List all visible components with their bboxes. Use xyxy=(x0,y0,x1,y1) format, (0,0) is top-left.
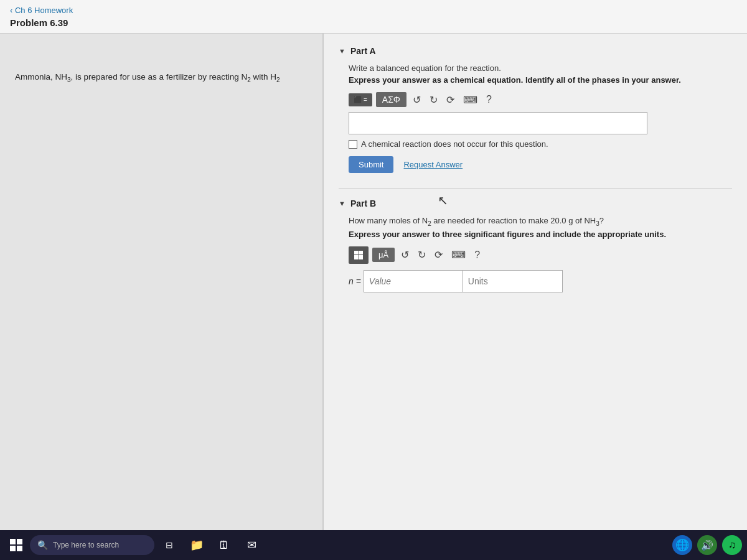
submit-button-a[interactable]: Submit xyxy=(349,156,393,173)
value-input[interactable] xyxy=(364,270,463,292)
windows-logo xyxy=(10,539,22,551)
help-button-b[interactable]: ? xyxy=(472,248,482,262)
part-a-section: ▼ Part A Write a balanced equation for t… xyxy=(339,46,732,173)
part-b-content: How many moles of N2 are needed for reac… xyxy=(339,216,732,292)
part-b-toolbar: μÅ ↺ ↻ ⟳ ⌨ ? xyxy=(349,246,732,264)
part-a-label: Part A xyxy=(350,46,376,56)
undo-button-a[interactable]: ↺ xyxy=(410,93,423,107)
task-view-button[interactable]: ⊟ xyxy=(157,533,182,558)
spotify-icon[interactable]: ♫ xyxy=(722,535,742,555)
n-equals-label: n = xyxy=(349,276,361,286)
no-reaction-checkbox[interactable] xyxy=(349,140,357,149)
content-row: Ammonia, NH3, is prepared for use as a f… xyxy=(0,34,747,530)
problem-text: Ammonia, NH3, is prepared for use as a f… xyxy=(15,71,280,85)
part-a-answer-input[interactable] xyxy=(349,112,647,134)
part-b-header: ▼ Part B xyxy=(339,198,732,208)
right-panel: ▼ Part A Write a balanced equation for t… xyxy=(324,34,747,530)
mu-a-button-b[interactable]: μÅ xyxy=(372,248,395,262)
spotify-icon-shape: ♫ xyxy=(728,539,736,551)
edge-icon-shape: 🌐 xyxy=(675,538,689,552)
part-a-action-row: Submit Request Answer xyxy=(349,156,732,173)
part-b-section: ▼ Part B How many moles of N2 are needed… xyxy=(339,198,732,292)
part-divider xyxy=(339,188,732,189)
part-a-instruction1: Write a balanced equation for the reacti… xyxy=(349,63,732,73)
mic-icon[interactable]: 🔊 xyxy=(697,535,717,555)
mail-button[interactable]: ✉ xyxy=(239,533,264,558)
greek-button-a[interactable]: ΑΣΦ xyxy=(376,92,406,107)
main-area: ‹ Ch 6 Homework Problem 6.39 Ammonia, NH… xyxy=(0,0,747,530)
request-answer-link-a[interactable]: Request Answer xyxy=(403,160,463,169)
taskbar: 🔍 Type here to search ⊟ 📁 🗓 ✉ 🌐 🔊 ♫ xyxy=(0,530,747,560)
file-explorer-button[interactable]: 📁 xyxy=(184,533,209,558)
mail-icon: ✉ xyxy=(247,538,256,552)
top-bar: ‹ Ch 6 Homework Problem 6.39 xyxy=(0,0,747,34)
no-reaction-row: A chemical reaction does not occur for t… xyxy=(349,139,732,149)
redo-button-b[interactable]: ↻ xyxy=(415,248,428,262)
matrix-button-a[interactable]: ⬛= xyxy=(349,93,372,106)
edge-icon[interactable]: 🌐 xyxy=(672,535,692,555)
taskbar-search[interactable]: 🔍 Type here to search xyxy=(30,535,154,555)
part-b-instruction1: How many moles of N2 are needed for reac… xyxy=(349,216,732,227)
part-b-arrow: ▼ xyxy=(339,200,345,207)
refresh-button-b[interactable]: ⟳ xyxy=(432,248,445,262)
keyboard-button-a[interactable]: ⌨ xyxy=(461,93,480,107)
cursor-arrow: ↗ xyxy=(438,193,448,208)
part-b-label: Part B xyxy=(350,198,376,208)
task-view-icon: ⊟ xyxy=(166,540,173,550)
part-a-header: ▼ Part A xyxy=(339,46,732,56)
problem-title: Problem 6.39 xyxy=(10,17,737,28)
mic-icon-shape: 🔊 xyxy=(701,539,713,551)
search-icon: 🔍 xyxy=(37,540,48,550)
units-input[interactable] xyxy=(463,270,563,292)
matrix-button-b[interactable] xyxy=(349,246,369,264)
part-a-toolbar: ⬛= ΑΣΦ ↺ ↻ ⟳ ⌨ ? xyxy=(349,92,732,107)
part-a-content: Write a balanced equation for the reacti… xyxy=(339,63,732,173)
part-a-instruction2: Express your answer as a chemical equati… xyxy=(349,75,732,85)
file-explorer-icon: 📁 xyxy=(190,538,204,552)
calendar-button[interactable]: 🗓 xyxy=(212,533,237,558)
help-button-a[interactable]: ? xyxy=(484,93,494,106)
part-b-instruction2: Express your answer to three significant… xyxy=(349,230,732,239)
redo-button-a[interactable]: ↻ xyxy=(427,93,440,107)
value-units-row: n = xyxy=(349,270,732,292)
refresh-button-a[interactable]: ⟳ xyxy=(444,93,457,107)
start-button[interactable] xyxy=(5,534,27,556)
back-link[interactable]: ‹ Ch 6 Homework xyxy=(10,6,73,15)
keyboard-button-b[interactable]: ⌨ xyxy=(449,248,468,262)
part-a-arrow: ▼ xyxy=(339,47,345,55)
taskbar-right: 🌐 🔊 ♫ xyxy=(672,535,742,555)
calendar-icon: 🗓 xyxy=(218,539,230,552)
search-placeholder-text: Type here to search xyxy=(53,541,119,549)
left-panel: Ammonia, NH3, is prepared for use as a f… xyxy=(0,34,324,530)
no-reaction-text: A chemical reaction does not occur for t… xyxy=(361,139,548,149)
undo-button-b[interactable]: ↺ xyxy=(398,248,411,262)
